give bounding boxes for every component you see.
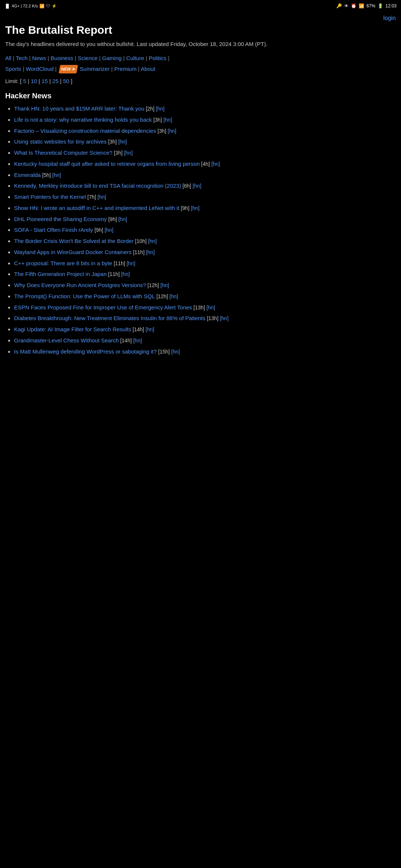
nav-summarizer[interactable]: Summarizer	[80, 66, 110, 72]
nav-about[interactable]: About	[141, 66, 155, 72]
time-tag: [9h]	[107, 216, 118, 222]
limit-10[interactable]: 10	[31, 78, 39, 84]
nav-politics[interactable]: Politics	[149, 55, 166, 61]
article-link-0-16[interactable]: Why Does Everyone Run Ancient Postgres V…	[14, 282, 146, 288]
time-tag: [10h]	[134, 238, 148, 244]
list-item: Is Matt Mullenweg defending WordPress or…	[14, 348, 396, 356]
time-tag: [3h]	[156, 128, 167, 134]
time-tag: [7h]	[86, 194, 97, 200]
hn-link[interactable]: [hn]	[193, 183, 201, 189]
article-link-0-15[interactable]: The Fifth Generation Project in Japan	[14, 271, 107, 277]
limit-5[interactable]: 5	[23, 78, 28, 84]
hn-link[interactable]: [hn]	[98, 194, 106, 200]
hn-link[interactable]: [hn]	[163, 117, 172, 123]
time-tag: [6h]	[181, 183, 193, 189]
hn-link[interactable]: [hn]	[121, 271, 130, 277]
hn-link[interactable]: [hn]	[124, 150, 133, 156]
hn-link[interactable]: [hn]	[206, 305, 215, 310]
time-tag: [12h]	[146, 282, 160, 288]
nav-gaming[interactable]: Gaming	[102, 55, 122, 61]
eye-icon: 👁	[344, 3, 349, 9]
key-icon: 🔑	[336, 3, 342, 9]
main-content: login The Brutalist Report The day's hea…	[0, 12, 401, 366]
nav-news[interactable]: News	[32, 55, 46, 61]
hn-link[interactable]: [hn]	[105, 227, 113, 233]
status-left: ▐▌ 4G+ | 72.2 K/s 📶 🛡 ⚡	[4, 4, 57, 9]
article-link-0-9[interactable]: Show HN: I wrote an autodiff in C++ and …	[14, 205, 179, 211]
list-item: Thank HN: 10 years and $15M ARR later: T…	[14, 105, 396, 113]
hn-link[interactable]: [hn]	[127, 260, 135, 266]
hn-link[interactable]: [hn]	[211, 161, 220, 167]
nav-all[interactable]: All	[5, 55, 12, 61]
section-title-0: Hacker News	[5, 92, 396, 100]
time-tag: [11h]	[112, 260, 127, 266]
nav-wordcloud[interactable]: WordCloud	[26, 66, 54, 72]
article-link-0-1[interactable]: Life is not a story: why narrative think…	[14, 116, 152, 123]
hn-link[interactable]: [hn]	[171, 349, 180, 355]
hn-link[interactable]: [hn]	[169, 293, 178, 299]
list-item: What Is Theoretical Computer Science? [3…	[14, 149, 396, 157]
time-tag: [15h]	[157, 349, 171, 355]
time-tag: [14h]	[131, 326, 146, 332]
article-link-0-5[interactable]: Kentucky hospital staff quit after asked…	[14, 161, 200, 167]
nav-sports[interactable]: Sports	[5, 66, 21, 72]
limit-25[interactable]: 25	[52, 78, 60, 84]
article-link-0-6[interactable]: Esmeralda	[14, 172, 41, 178]
nav-culture[interactable]: Culture	[126, 55, 144, 61]
article-link-0-11[interactable]: SOFA - Start Often Finish rArely	[14, 227, 93, 233]
time-tag: [13h]	[205, 315, 220, 321]
article-link-0-17[interactable]: The Prompt() Function: Use the Power of …	[14, 293, 155, 299]
article-link-0-10[interactable]: DHL Pioneered the Sharing Economy	[14, 216, 107, 222]
list-item: Show HN: I wrote an autodiff in C++ and …	[14, 204, 396, 212]
hn-link[interactable]: [hn]	[118, 216, 127, 222]
hn-link[interactable]: [hn]	[148, 238, 157, 244]
hn-link[interactable]: [hn]	[160, 282, 169, 288]
article-link-0-13[interactable]: Wayland Apps in WireGuard Docker Contain…	[14, 249, 131, 255]
hn-link[interactable]: [hn]	[168, 128, 176, 134]
article-link-0-4[interactable]: What Is Theoretical Computer Science?	[14, 149, 113, 156]
clock: 12:03	[385, 3, 397, 9]
article-link-0-14[interactable]: C++ proposal: There are 8 bits in a byte	[14, 260, 112, 266]
article-link-0-0[interactable]: Thank HN: 10 years and $15M ARR later: T…	[14, 105, 144, 112]
login-link[interactable]: login	[5, 15, 396, 22]
hn-link[interactable]: [hn]	[220, 315, 228, 321]
article-link-0-22[interactable]: Is Matt Mullenweg defending WordPress or…	[14, 348, 157, 355]
hn-link[interactable]: [hn]	[133, 338, 142, 343]
article-link-0-18[interactable]: ESPN Faces Proposed Fine for Improper Us…	[14, 304, 192, 310]
list-item: DHL Pioneered the Sharing Economy [9h] […	[14, 215, 396, 223]
nav-business[interactable]: Business	[50, 55, 73, 61]
limit-50[interactable]: 50	[63, 78, 71, 84]
article-link-0-19[interactable]: Diabetes Breakthrough: New Treatment Eli…	[14, 315, 205, 321]
time-tag: [9h]	[179, 205, 191, 211]
nav-premium[interactable]: Premium	[114, 66, 137, 72]
hn-link[interactable]: [hn]	[52, 172, 61, 178]
article-link-0-12[interactable]: The Border Crisis Won't Be Solved at the…	[14, 238, 134, 244]
nav-science[interactable]: Science	[78, 55, 97, 61]
hn-link[interactable]: [hn]	[146, 326, 154, 332]
list-item: The Border Crisis Won't Be Solved at the…	[14, 237, 396, 245]
article-link-0-2[interactable]: Factorio – Visualizing construction mate…	[14, 128, 156, 134]
bolt-icon: ⚡	[52, 4, 57, 9]
alarm-icon: ⏰	[351, 3, 356, 9]
battery-icon: 🔋	[378, 3, 383, 9]
list-item: Factorio – Visualizing construction mate…	[14, 127, 396, 135]
status-bar: ▐▌ 4G+ | 72.2 K/s 📶 🛡 ⚡ 🔑 👁 ⏰ 📶 67% 🔋 12…	[0, 0, 401, 12]
hn-link[interactable]: [hn]	[191, 205, 199, 211]
hn-link[interactable]: [hn]	[146, 249, 154, 255]
time-tag: [3h]	[152, 117, 163, 123]
article-link-0-21[interactable]: Grandmaster-Level Chess Without Search	[14, 337, 119, 343]
nav-tech[interactable]: Tech	[16, 55, 28, 61]
time-tag: [13h]	[192, 305, 206, 310]
article-link-0-20[interactable]: Kagi Update: AI Image Filter for Search …	[14, 326, 131, 332]
article-link-0-8[interactable]: Smart Pointers for the Kernel	[14, 194, 86, 200]
list-item: Diabetes Breakthrough: New Treatment Eli…	[14, 314, 396, 322]
article-link-0-3[interactable]: Using static websites for tiny archives	[14, 138, 107, 145]
article-link-0-7[interactable]: Kennedy, Merkley introduce bill to end T…	[14, 183, 181, 189]
hn-link[interactable]: [hn]	[118, 139, 127, 145]
hn-link[interactable]: [hn]	[156, 106, 164, 112]
time-tag: [3h]	[113, 150, 124, 156]
time-tag: [2h]	[144, 106, 156, 112]
bluetooth-icon: 📶	[359, 3, 364, 9]
limit-15[interactable]: 15	[42, 78, 49, 84]
list-item: Life is not a story: why narrative think…	[14, 116, 396, 124]
